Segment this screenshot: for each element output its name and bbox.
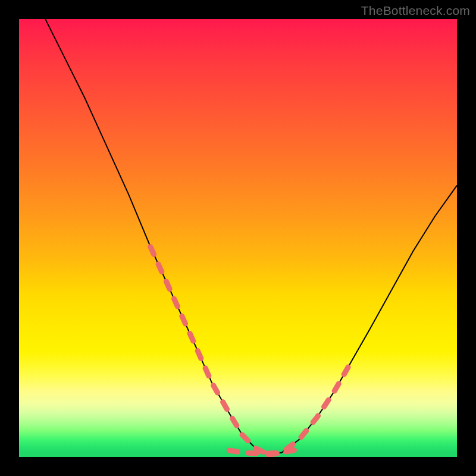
plot-area [19,19,457,457]
series-right-dashed-overlay [269,361,352,455]
chart-frame: TheBottleneck.com [0,0,476,476]
chart-svg [19,19,457,457]
series-right-curve [269,186,457,455]
series-left-dashed-overlay [151,247,269,455]
watermark-text: TheBottleneck.com [361,4,470,18]
series-left-curve [45,19,268,455]
